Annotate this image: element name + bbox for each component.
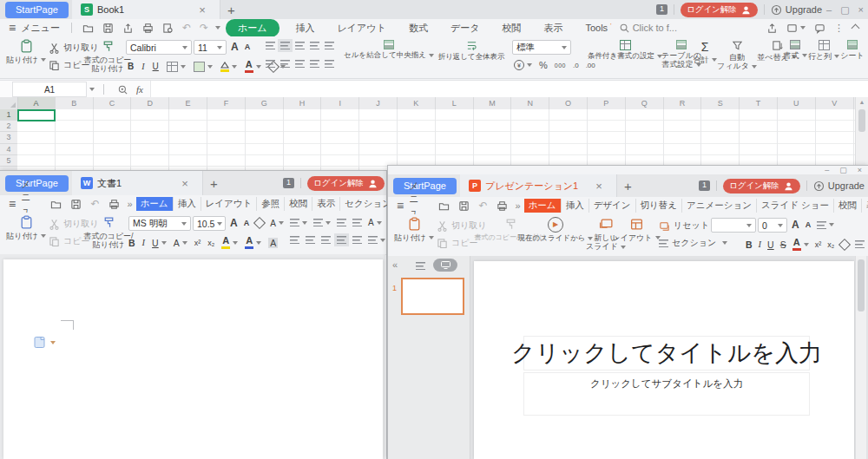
align-bottom-icon[interactable] (295, 42, 305, 49)
ss-conditional-format-button[interactable]: 条件付き書式の設定 (593, 40, 657, 61)
menu-item[interactable]: Tools (574, 21, 619, 35)
cell-style-icon[interactable] (194, 62, 213, 72)
menu-item[interactable]: ホーム (524, 199, 562, 213)
clear-format-icon[interactable] (838, 238, 851, 250)
column-header[interactable]: S (701, 97, 740, 109)
print-icon[interactable] (142, 23, 154, 34)
column-header[interactable]: N (511, 97, 549, 109)
pp-play-current-button[interactable]: ▶ 現在のスライドから (527, 217, 584, 243)
column-header[interactable]: B (56, 97, 94, 109)
align-right-icon[interactable] (295, 60, 305, 68)
new-tab-icon[interactable]: + (203, 176, 225, 191)
wr-tab-startpage[interactable]: StartPage (5, 175, 69, 192)
select-all-corner[interactable] (0, 97, 18, 110)
pp-tab-startpage[interactable]: StartPage (393, 178, 457, 194)
align-center-icon[interactable] (280, 60, 290, 68)
ss-wrap-text-button[interactable]: 折り返して全体表示 (436, 40, 507, 62)
save-icon[interactable] (70, 199, 82, 210)
superscript-icon[interactable]: x² (194, 239, 201, 247)
bold-icon[interactable]: B (128, 62, 134, 71)
row-header[interactable]: 5 (0, 155, 17, 167)
hamburger-icon[interactable]: ≡ (9, 197, 16, 211)
wr-tab-doc[interactable]: W 文書1 × (72, 171, 203, 195)
more-tools-icon[interactable]: » (516, 200, 521, 211)
column-header[interactable]: Q (626, 97, 664, 109)
italic-icon[interactable]: I (141, 62, 144, 71)
strikethrough-icon[interactable]: S (780, 239, 786, 250)
paragraph-icon[interactable] (368, 236, 385, 244)
subscript-icon[interactable]: x₂ (207, 239, 214, 247)
fill-color-icon[interactable] (220, 62, 237, 72)
font-color-icon[interactable]: A (245, 60, 261, 73)
menu-item[interactable]: 表示 (532, 20, 574, 36)
export-icon[interactable] (122, 23, 134, 34)
scroll-up-icon[interactable]: ▲ (856, 97, 868, 108)
save-icon[interactable] (458, 200, 470, 212)
ss-paste-button[interactable]: 貼り付け (7, 39, 45, 64)
menu-item[interactable]: スライド ショー (757, 199, 834, 213)
column-header[interactable]: A (17, 97, 56, 109)
namebox-dropdown-icon[interactable] (89, 88, 95, 91)
ss-merge-center-button[interactable]: セルを結合して中央揃え (347, 40, 431, 60)
justify-icon[interactable] (337, 236, 346, 244)
hamburger-icon[interactable]: ≡ (397, 199, 404, 213)
menu-item[interactable]: 表示 (312, 197, 340, 211)
ss-font-size-select[interactable]: 11 (194, 40, 227, 55)
insert-function-icon[interactable] (117, 84, 128, 95)
bold-icon[interactable]: B (128, 238, 135, 248)
column-header[interactable]: F (207, 97, 246, 109)
pp-section-button[interactable]: セクション (659, 237, 727, 249)
column-header[interactable]: M (474, 97, 512, 109)
selected-cell-a1[interactable] (17, 109, 56, 121)
open-icon[interactable] (438, 200, 450, 212)
wr-page[interactable] (3, 259, 383, 459)
ss-number-format-select[interactable]: 標準 (512, 40, 571, 55)
menu-item[interactable]: 表示 (862, 199, 868, 213)
more-options-icon[interactable]: ⋮ (834, 23, 844, 34)
ss-tab-book1[interactable]: S Book1 × (72, 0, 220, 19)
subtitle-placeholder[interactable]: クリックしてサブタイトルを入力 (523, 372, 810, 416)
undo-icon[interactable]: ↶ (182, 22, 191, 34)
slide-canvas[interactable]: クリックしてタイトルを入力 クリックしてサブタイトルを入力 (474, 261, 854, 459)
close-tab-icon[interactable]: × (590, 180, 608, 193)
pp-upgrade-button[interactable]: Upgrade (813, 180, 865, 192)
justify-icon[interactable] (310, 60, 319, 68)
underline-icon[interactable]: U (152, 238, 167, 248)
notification-badge[interactable]: 1 (656, 4, 667, 15)
new-tab-icon[interactable]: + (220, 3, 242, 17)
pp-vscrollbar[interactable] (855, 256, 866, 459)
column-header[interactable]: E (169, 97, 207, 109)
print-icon[interactable] (496, 200, 508, 212)
pp-copy-button[interactable]: コピー (437, 237, 477, 249)
scroll-thumb[interactable] (858, 259, 865, 311)
menu-item[interactable]: 数式 (398, 20, 439, 36)
menu-item[interactable]: 校閲 (285, 197, 312, 211)
align-right-icon[interactable] (321, 236, 331, 244)
ss-autofilter-button[interactable]: 自動フィルタ (719, 40, 755, 71)
menu-item[interactable]: 校閲 (490, 20, 532, 36)
pp-tab-doc[interactable]: P プレゼンテーション1 × (460, 174, 617, 197)
save-icon[interactable] (102, 23, 114, 34)
notification-badge[interactable]: 1 (283, 178, 294, 188)
menu-item[interactable]: 切り替え (636, 199, 683, 213)
title-placeholder[interactable]: クリックしてタイトルを入力 (523, 336, 810, 370)
menu-item[interactable]: ホーム (136, 197, 174, 211)
ss-sheet-button[interactable]: シート (837, 40, 868, 60)
row-header[interactable]: 2 (0, 121, 17, 132)
column-header[interactable]: T (740, 97, 778, 109)
menu-item[interactable]: アニメーション (682, 199, 757, 213)
align-middle-icon[interactable] (280, 42, 290, 49)
underline-icon[interactable]: U (153, 62, 159, 71)
slide-thumbnail[interactable] (401, 278, 464, 315)
collapse-panel-icon[interactable]: « (392, 259, 398, 270)
scroll-thumb[interactable] (858, 109, 865, 132)
superscript-icon[interactable]: x² (815, 240, 822, 249)
notification-badge[interactable]: 1 (699, 180, 710, 191)
ss-logout-button[interactable]: ログイン解除 (681, 3, 758, 17)
cell-name-box[interactable]: A1 (12, 82, 87, 97)
highlight-icon[interactable]: A (221, 236, 238, 249)
align-center-icon[interactable] (306, 236, 315, 244)
line-spacing-icon[interactable] (352, 236, 362, 244)
column-header[interactable]: G (246, 97, 284, 109)
wr-font-size-select[interactable]: 10.5 (193, 216, 226, 231)
